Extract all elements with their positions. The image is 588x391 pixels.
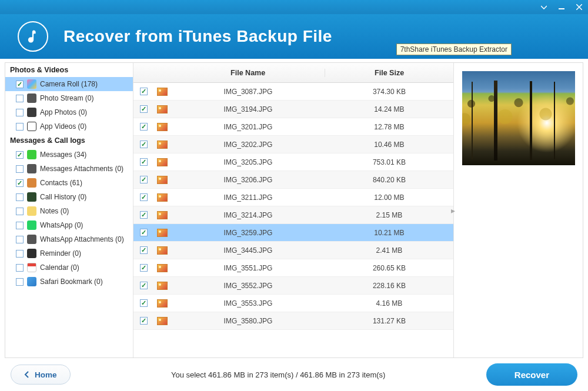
row-checkbox[interactable]: [140, 176, 148, 183]
cell-file-size: 753.01 KB: [325, 158, 453, 166]
row-checkbox[interactable]: [140, 141, 148, 148]
sidebar-item[interactable]: Messages (34): [5, 148, 133, 162]
column-header-size[interactable]: File Size: [325, 69, 453, 77]
sidebar: Photos & Videos Camera Roll (178)Photo S…: [5, 63, 133, 357]
cell-file-size: 12.00 MB: [325, 193, 453, 202]
sidebar-checkbox[interactable]: [16, 179, 24, 187]
table-body[interactable]: IMG_3087.JPG374.30 KBIMG_3194.JPG14.24 M…: [133, 83, 453, 357]
sidebar-item-label: Messages Attachments (0): [40, 165, 123, 173]
table-row[interactable]: IMG_3087.JPG374.30 KB: [133, 83, 453, 101]
sidebar-item-label: Calendar (0): [40, 263, 79, 272]
cell-file-size: 2.15 MB: [325, 211, 453, 219]
sidebar-checkbox[interactable]: [16, 278, 24, 286]
sidebar-item[interactable]: Notes (0): [5, 204, 133, 218]
cell-file-name: IMG_3201.JPG: [171, 123, 325, 131]
row-checkbox[interactable]: [140, 246, 148, 254]
chevron-left-icon: [24, 371, 30, 378]
sidebar-item-icon: [27, 108, 36, 117]
sidebar-item[interactable]: WhatsApp Attachments (0): [5, 232, 133, 246]
row-checkbox[interactable]: [140, 193, 148, 201]
sidebar-checkbox[interactable]: [16, 95, 24, 102]
sidebar-item[interactable]: App Videos (0): [5, 119, 133, 133]
cell-file-size: 10.21 MB: [325, 229, 453, 237]
cell-file-size: 4.16 MB: [325, 299, 453, 308]
row-checkbox[interactable]: [140, 299, 148, 307]
column-header-name[interactable]: File Name: [171, 69, 325, 77]
sidebar-checkbox[interactable]: [16, 264, 24, 272]
row-checkbox[interactable]: [140, 158, 148, 166]
sidebar-item[interactable]: Photo Stream (0): [5, 91, 133, 105]
cell-file-size: 260.65 KB: [325, 264, 453, 272]
sidebar-item[interactable]: Calendar (0): [5, 260, 133, 275]
sidebar-checkbox[interactable]: [16, 222, 24, 229]
table-row[interactable]: IMG_3214.JPG2.15 MB: [133, 206, 453, 224]
sidebar-checkbox[interactable]: [16, 193, 24, 201]
file-list: File Name File Size IMG_3087.JPG374.30 K…: [133, 63, 453, 357]
table-row[interactable]: IMG_3445.JPG2.41 MB: [133, 242, 453, 259]
table-row[interactable]: IMG_3202.JPG10.46 MB: [133, 136, 453, 153]
sidebar-checkbox[interactable]: [16, 236, 24, 243]
table-row[interactable]: IMG_3201.JPG12.78 MB: [133, 118, 453, 136]
cell-file-name: IMG_3551.JPG: [171, 264, 325, 272]
sidebar-section-photos: Photos & Videos: [5, 63, 133, 77]
sidebar-item[interactable]: Camera Roll (178): [5, 77, 133, 91]
cell-file-name: IMG_3580.JPG: [171, 317, 325, 325]
image-file-icon: [157, 317, 168, 325]
table-row[interactable]: IMG_3194.JPG14.24 MB: [133, 101, 453, 118]
sidebar-item-icon: [27, 220, 36, 230]
sidebar-checkbox[interactable]: [16, 250, 24, 258]
table-header: File Name File Size: [133, 63, 453, 83]
cell-file-size: 228.16 KB: [325, 282, 453, 290]
sidebar-checkbox[interactable]: [16, 123, 24, 131]
home-button[interactable]: Home: [11, 365, 71, 385]
image-file-icon: [157, 246, 168, 255]
row-checkbox[interactable]: [140, 317, 148, 325]
status-text: You select 461.86 MB in 273 item(s) / 46…: [78, 370, 479, 379]
image-file-icon: [157, 158, 168, 166]
cell-file-name: IMG_3087.JPG: [171, 88, 325, 96]
row-checkbox[interactable]: [140, 229, 148, 236]
minimize-button[interactable]: [553, 0, 570, 14]
image-file-icon: [157, 141, 168, 149]
table-row[interactable]: IMG_3205.JPG753.01 KB: [133, 153, 453, 171]
table-row[interactable]: IMG_3553.JPG4.16 MB: [133, 295, 453, 312]
recover-button[interactable]: Recover: [486, 363, 577, 386]
row-checkbox[interactable]: [140, 211, 148, 219]
image-file-icon: [157, 211, 168, 219]
sidebar-item[interactable]: Call History (0): [5, 190, 133, 204]
cell-file-name: IMG_3259.JPG: [171, 229, 325, 237]
sidebar-item[interactable]: Safari Bookmark (0): [5, 275, 133, 289]
table-row[interactable]: IMG_3206.JPG840.20 KB: [133, 171, 453, 189]
table-row[interactable]: IMG_3580.JPG131.27 KB: [133, 312, 453, 330]
sidebar-item[interactable]: Reminder (0): [5, 246, 133, 260]
sidebar-item-icon: [27, 277, 36, 286]
sidebar-item-label: Camera Roll (178): [40, 80, 98, 88]
cell-file-size: 840.20 KB: [325, 176, 453, 184]
sidebar-item-label: Photo Stream (0): [40, 94, 93, 102]
sidebar-item[interactable]: Contacts (61): [5, 176, 133, 190]
row-checkbox[interactable]: [140, 123, 148, 131]
sidebar-item[interactable]: App Photos (0): [5, 105, 133, 119]
close-button[interactable]: [570, 0, 588, 14]
row-checkbox[interactable]: [140, 105, 148, 113]
titlebar-menu-button[interactable]: [535, 0, 553, 14]
sidebar-checkbox[interactable]: [16, 165, 24, 173]
sidebar-item-label: Reminder (0): [40, 249, 81, 258]
sidebar-checkbox[interactable]: [16, 81, 24, 88]
table-row[interactable]: IMG_3552.JPG228.16 KB: [133, 277, 453, 295]
table-row[interactable]: IMG_3259.JPG10.21 MB: [133, 224, 453, 242]
cell-file-size: 14.24 MB: [325, 105, 453, 113]
table-row[interactable]: IMG_3551.JPG260.65 KB: [133, 259, 453, 277]
table-row[interactable]: IMG_3211.JPG12.00 MB: [133, 189, 453, 206]
sidebar-checkbox[interactable]: [16, 151, 24, 159]
cell-file-name: IMG_3552.JPG: [171, 282, 325, 290]
sidebar-item[interactable]: WhatsApp (0): [5, 218, 133, 232]
row-checkbox[interactable]: [140, 282, 148, 289]
row-checkbox[interactable]: [140, 88, 148, 95]
preview-image[interactable]: [462, 71, 575, 165]
sidebar-item[interactable]: Messages Attachments (0): [5, 162, 133, 176]
row-checkbox[interactable]: [140, 264, 148, 272]
sidebar-checkbox[interactable]: [16, 109, 24, 116]
collapse-handle-icon[interactable]: ▸: [450, 199, 456, 222]
sidebar-checkbox[interactable]: [16, 208, 24, 215]
